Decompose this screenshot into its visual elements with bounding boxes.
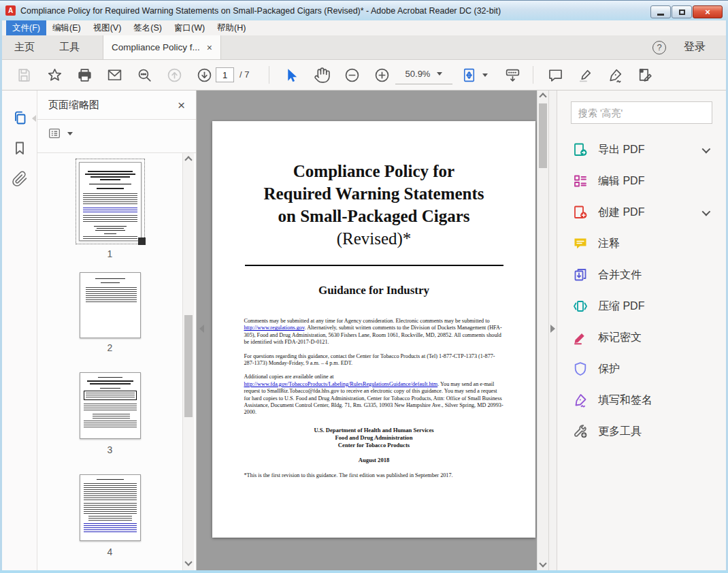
minimize-button[interactable]: [650, 5, 671, 18]
options-list-icon: [47, 126, 62, 141]
tool-more-tools[interactable]: 更多工具: [557, 416, 726, 447]
email-button[interactable]: [103, 63, 126, 86]
tools-list: 导出 PDF 编辑 PDF 创建 PDF 注释: [557, 134, 726, 447]
tab-close-icon[interactable]: ×: [207, 43, 212, 52]
thumbnail-label-3: 3: [37, 444, 182, 455]
menu-edit[interactable]: 编辑(E): [46, 20, 87, 36]
scroll-up-icon[interactable]: [539, 93, 546, 100]
hide-toolbar-button[interactable]: [501, 63, 524, 86]
pointer-icon: [283, 67, 300, 84]
thumbnail-page-2[interactable]: [80, 272, 141, 338]
menu-window[interactable]: 窗口(W): [168, 20, 211, 36]
save-button: [12, 63, 35, 86]
tab-home[interactable]: 主页: [2, 35, 47, 59]
thumbnail-label-2: 2: [37, 342, 182, 353]
toolbar-collapse-icon: [504, 67, 521, 84]
tool-export-pdf[interactable]: 导出 PDF: [557, 134, 726, 165]
collapse-panel-arrow[interactable]: [199, 325, 204, 333]
zoom-in-button[interactable]: [370, 63, 393, 86]
page-fit-dropdown[interactable]: [461, 63, 496, 86]
help-icon[interactable]: ?: [652, 41, 666, 54]
menu-file[interactable]: 文件(F): [6, 20, 46, 36]
tool-create-pdf[interactable]: 创建 PDF: [557, 197, 726, 228]
scrollbar-thumb[interactable]: [539, 103, 547, 168]
chevron-down-icon[interactable]: [702, 144, 711, 153]
toolbar: / 7 50.9%: [2, 60, 726, 91]
thumbnails-scrollbar[interactable]: [182, 153, 194, 570]
window-controls: ×: [650, 5, 723, 18]
hand-icon: [314, 67, 331, 84]
page-thumbnails-tab[interactable]: [12, 110, 28, 126]
bookmarks-tab[interactable]: [12, 140, 28, 157]
acrobat-window: A Compliance Policy for Required Warning…: [0, 0, 728, 573]
paragraph-3: Additional copies are available online a…: [244, 374, 504, 416]
menu-help[interactable]: 帮助(H): [211, 20, 252, 36]
select-tool-button[interactable]: [280, 63, 303, 86]
attachments-tab[interactable]: [12, 171, 28, 187]
favorite-star-button[interactable]: [43, 63, 66, 86]
highlight-button[interactable]: [574, 63, 597, 86]
scroll-down-icon[interactable]: [539, 559, 546, 567]
chevron-down-icon[interactable]: [702, 207, 711, 216]
window-title: Compliance Policy for Required Warning S…: [20, 6, 501, 16]
fill-sign-button[interactable]: [603, 63, 627, 86]
tools-panel: 导出 PDF 编辑 PDF 创建 PDF 注释: [557, 91, 726, 570]
maximize-button[interactable]: [672, 5, 692, 18]
tool-comment[interactable]: 注释: [557, 228, 726, 259]
tools-search-input[interactable]: [571, 101, 712, 124]
thumbnail-list: 1 2 3: [37, 153, 182, 570]
close-button[interactable]: ×: [693, 5, 723, 18]
chevron-down-icon: [437, 72, 442, 76]
tab-tools[interactable]: 工具: [47, 35, 92, 59]
tab-document[interactable]: Compliance Policy f... ×: [103, 35, 221, 59]
tool-fill-sign[interactable]: 填写和签名: [557, 384, 726, 416]
comment-bubble-icon: [547, 67, 564, 84]
thumbnail-page-1[interactable]: [76, 159, 145, 244]
print-button[interactable]: [73, 63, 96, 86]
tab-bar-right: ? 登录: [652, 35, 726, 59]
create-pdf-icon: [572, 204, 589, 220]
fda-link[interactable]: http://www.fda.gov/TobaccoProducts/Label…: [244, 381, 438, 387]
search-button[interactable]: [133, 63, 156, 86]
org-block: U.S. Department of Health and Human Serv…: [212, 427, 535, 449]
selection-handle[interactable]: [138, 238, 146, 245]
thumbnail-page-3[interactable]: [80, 372, 141, 439]
regulations-link[interactable]: http://www.regulations.gov: [244, 325, 305, 331]
panel-close-icon[interactable]: ×: [178, 99, 185, 112]
document-view: Compliance Policy for Required Warning S…: [197, 91, 548, 570]
stamp-tools-button[interactable]: [633, 63, 657, 86]
wrench-icon: [572, 423, 589, 440]
menu-sign[interactable]: 签名(S): [127, 20, 168, 36]
scroll-up-icon[interactable]: [184, 156, 192, 163]
compress-pdf-icon: [572, 298, 589, 314]
sign-in-button[interactable]: 登录: [684, 40, 706, 54]
document-date: August 2018: [212, 457, 535, 463]
thumbnail-label-1: 1: [37, 248, 182, 259]
document-heading: Guidance for Industry: [212, 284, 535, 297]
zoom-level-dropdown[interactable]: 50.9%: [395, 64, 452, 84]
menu-view[interactable]: 视图(V): [87, 20, 128, 36]
hand-tool-button[interactable]: [310, 63, 333, 86]
page-number-input[interactable]: [216, 67, 234, 82]
tool-combine-files[interactable]: 合并文件: [557, 259, 726, 291]
thumbnail-options-button[interactable]: [47, 126, 73, 141]
toolbar-separator: [533, 66, 533, 84]
window-border: [0, 20, 2, 570]
acrobat-logo-icon: A: [5, 5, 16, 16]
next-page-button[interactable]: [193, 63, 216, 86]
tool-edit-pdf[interactable]: 编辑 PDF: [557, 165, 726, 197]
thumbnail-page-4[interactable]: [80, 474, 141, 541]
fit-page-icon: [461, 67, 478, 84]
comment-button[interactable]: [544, 63, 567, 86]
scrollbar-thumb[interactable]: [184, 315, 193, 417]
zoom-out-button[interactable]: [340, 63, 363, 86]
pages-icon: [12, 110, 28, 126]
shield-icon: [572, 361, 589, 377]
scroll-down-icon[interactable]: [184, 558, 192, 566]
expand-panel-arrow[interactable]: [550, 325, 555, 333]
redact-icon: [572, 329, 589, 346]
tool-redact[interactable]: 标记密文: [557, 322, 726, 353]
document-scrollbar[interactable]: [537, 91, 548, 570]
tool-protect[interactable]: 保护: [557, 353, 726, 384]
tool-compress-pdf[interactable]: 压缩 PDF: [557, 291, 726, 322]
